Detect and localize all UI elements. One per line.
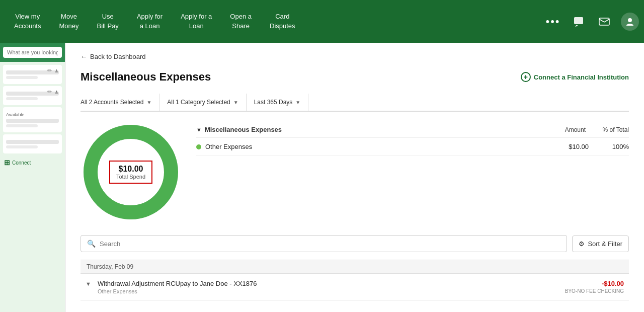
- page-header: Miscellaneous Expenses + Connect a Finan…: [80, 70, 629, 84]
- sidebar-card-3: Available: [3, 107, 62, 132]
- transaction-date-header: Thursday, Feb 09: [80, 260, 629, 274]
- sort-filter-button[interactable]: ⚙ Sort & Filter: [572, 236, 629, 252]
- expense-percent: 100%: [589, 143, 629, 150]
- col-percent-header: % of Total: [589, 126, 629, 133]
- chart-center-label: $10.00 Total Spend: [109, 161, 152, 184]
- sidebar-card-2: ✏ ▲: [3, 86, 62, 105]
- nav-view-accounts[interactable]: View my Accounts: [5, 0, 50, 43]
- nav-card-disputes[interactable]: Card Disputes: [261, 0, 304, 43]
- nav-move-money[interactable]: Move Money: [50, 0, 88, 43]
- account-detail-blurred: [6, 76, 38, 79]
- col-amount-header: Amount: [525, 126, 586, 133]
- nav-item-line1: Move: [59, 12, 78, 21]
- connect-plus-circle-icon: +: [521, 72, 531, 82]
- svg-rect-1: [599, 18, 609, 25]
- search-box: 🔍: [80, 235, 567, 252]
- nav-open-share[interactable]: Open a Share: [221, 0, 261, 43]
- chat-button[interactable]: [570, 13, 588, 31]
- back-label: Back to Dashboard: [90, 53, 146, 60]
- sidebar-search-area: [0, 43, 65, 62]
- nav-item-line1: Card: [270, 12, 295, 21]
- search-input[interactable]: [100, 240, 560, 248]
- top-navigation: View my Accounts Move Money Use Bill Pay…: [0, 0, 644, 43]
- connect-button[interactable]: ⊞ Connect: [3, 157, 62, 169]
- expense-table-header[interactable]: ▼ Miscellaneous Expenses Amount % of Tot…: [196, 122, 629, 138]
- nav-apply-loan[interactable]: Apply for a Loan: [128, 0, 172, 43]
- account-name-blurred: [6, 70, 59, 74]
- accounts-filter-dropdown[interactable]: All 2 Accounts Selected ▼: [80, 94, 159, 111]
- back-to-dashboard-link[interactable]: ← Back to Dashboard: [80, 53, 629, 60]
- nav-item-line2: Accounts: [14, 22, 41, 31]
- nav-item-line2: a Loan: [137, 22, 163, 31]
- nav-item-line2: Money: [59, 22, 78, 31]
- nav-item-line2: Loan: [181, 22, 212, 31]
- svg-rect-0: [574, 17, 583, 24]
- nav-right-actions: •••: [544, 13, 639, 31]
- connect-label: Connect: [12, 160, 31, 166]
- more-options-button[interactable]: •••: [544, 13, 562, 31]
- expense-amount: $10.00: [528, 143, 589, 150]
- expense-table: ▼ Miscellaneous Expenses Amount % of Tot…: [196, 122, 629, 156]
- transaction-right: -$10.00 BYO-NO FEE CHECKING: [565, 280, 624, 294]
- chart-spend-label: Total Spend: [116, 174, 145, 180]
- period-filter-dropdown[interactable]: Last 365 Days ▼: [247, 94, 309, 111]
- analysis-area: $10.00 Total Spend ▼ Miscellaneous Expen…: [80, 122, 629, 222]
- collapse-icon: ▼: [196, 127, 202, 133]
- category-chevron-icon: ▼: [233, 100, 238, 105]
- sidebar-card-1: ✏ ▲: [3, 65, 62, 84]
- transaction-expand-icon[interactable]: ▼: [86, 281, 94, 287]
- sidebar-search-input[interactable]: [3, 47, 62, 58]
- accounts-filter-label: All 2 Accounts Selected: [80, 99, 143, 106]
- connect-institution-label: Connect a Financial Institution: [534, 73, 629, 81]
- transaction-category: Other Expenses: [98, 288, 561, 294]
- search-filter-bar: 🔍 ⚙ Sort & Filter: [80, 235, 629, 252]
- connect-plus-icon: ⊞: [4, 159, 10, 167]
- transaction-amount: -$10.00: [565, 280, 624, 287]
- account3-amount-blurred: [6, 119, 59, 123]
- period-chevron-icon: ▼: [295, 100, 300, 105]
- expense-row: Other Expenses $10.00 100%: [196, 138, 629, 156]
- filter-icon: ⚙: [579, 240, 585, 248]
- account4-name-blurred: [6, 140, 59, 144]
- page-title: Miscellaneous Expenses: [80, 70, 211, 84]
- nav-item-line2: Bill Pay: [97, 22, 119, 31]
- donut-chart: $10.00 Total Spend: [80, 122, 181, 222]
- chart-amount: $10.00: [116, 165, 145, 174]
- nav-item-line1: Apply for a: [181, 12, 212, 21]
- nav-bill-pay[interactable]: Use Bill Pay: [88, 0, 128, 43]
- transaction-name: Withdrawal Adjustment RCUpay to Jane Doe…: [98, 280, 561, 287]
- sidebar: ✏ ▲ ✏ ▲ Available ⊞ Connect: [0, 43, 65, 312]
- sort-filter-label: Sort & Filter: [588, 240, 622, 248]
- main-layout: ✏ ▲ ✏ ▲ Available ⊞ Connect: [0, 43, 644, 312]
- nav-items: View my Accounts Move Money Use Bill Pay…: [5, 0, 304, 43]
- category-filter-dropdown[interactable]: All 1 Category Selected ▼: [159, 94, 246, 111]
- transaction-details: Withdrawal Adjustment RCUpay to Jane Doe…: [98, 280, 561, 294]
- nav-item-line1: Apply for: [137, 12, 163, 21]
- nav-item-line2: Disputes: [270, 22, 295, 31]
- back-arrow-icon: ←: [80, 53, 87, 60]
- transaction-account: BYO-NO FEE CHECKING: [565, 288, 624, 294]
- svg-point-2: [628, 18, 632, 22]
- transaction-row: ▼ Withdrawal Adjustment RCUpay to Jane D…: [80, 274, 629, 301]
- nav-item-line2: Share: [230, 22, 252, 31]
- account4-detail-blurred: [6, 145, 38, 148]
- sidebar-card-4: [3, 134, 62, 153]
- transaction-list: Thursday, Feb 09 ▼ Withdrawal Adjustment…: [80, 260, 629, 301]
- main-content: ← Back to Dashboard Miscellaneous Expens…: [65, 43, 644, 312]
- account2-detail-blurred: [6, 97, 38, 100]
- accounts-chevron-icon: ▼: [146, 100, 151, 105]
- connect-institution-button[interactable]: + Connect a Financial Institution: [521, 72, 629, 82]
- nav-item-line1: Open a: [230, 12, 252, 21]
- user-avatar-button[interactable]: [621, 13, 639, 31]
- filters-row: All 2 Accounts Selected ▼ All 1 Category…: [80, 94, 629, 112]
- nav-item-line1: View my: [14, 12, 41, 21]
- account2-name-blurred: [6, 92, 59, 96]
- category-filter-label: All 1 Category Selected: [167, 99, 230, 106]
- nav-apply-loan2[interactable]: Apply for a Loan: [172, 0, 221, 43]
- account3-detail-blurred: [6, 124, 38, 127]
- period-filter-label: Last 365 Days: [254, 99, 293, 106]
- mail-button[interactable]: [595, 13, 613, 31]
- nav-item-line1: Use: [97, 12, 119, 21]
- search-icon: 🔍: [87, 240, 96, 248]
- section-title: Miscellaneous Expenses: [205, 126, 282, 133]
